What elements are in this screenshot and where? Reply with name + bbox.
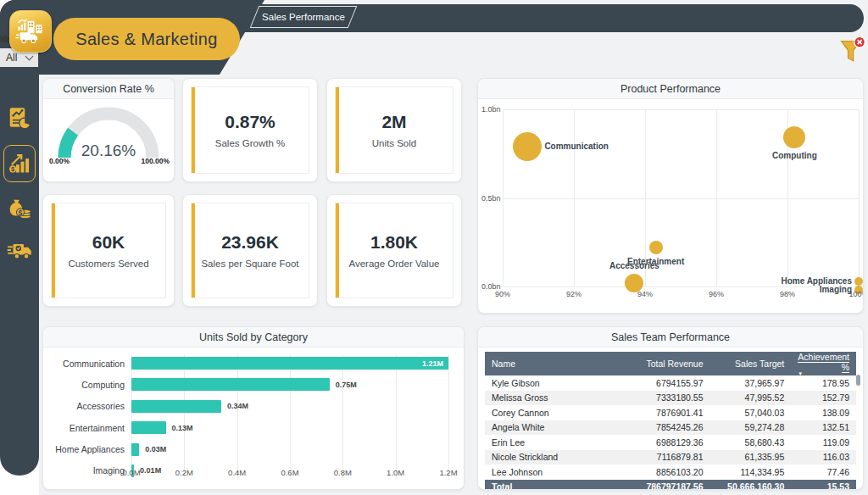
table-cell: 152.79: [791, 391, 856, 406]
sidebar-item-delivery[interactable]: [6, 236, 33, 265]
sales-growth-icon: $: [8, 152, 31, 175]
col-header-name[interactable]: Name: [485, 352, 615, 375]
bar-accessories[interactable]: [131, 400, 221, 413]
clear-filters-button[interactable]: [837, 34, 866, 70]
sales-team-table: Name Total Revenue Sales Target Achievem…: [485, 352, 856, 490]
x-tick-label: 0.4M: [228, 468, 246, 477]
sidebar-nav: $ $: [0, 103, 39, 265]
table-cell: 7854245.26: [615, 420, 709, 436]
gauge-title: Conversion Rate %: [43, 79, 174, 99]
kpi-card-sales-per-sqft: 23.96K Sales per Square Foot: [182, 194, 318, 307]
col-header-total-revenue[interactable]: Total Revenue: [615, 352, 709, 375]
table-total-cell: 50,666,160.30: [710, 480, 792, 491]
y-tick-label: 0.5bn: [481, 194, 501, 203]
table-cell: 132.51: [791, 420, 856, 436]
bubble-label: Accessories: [609, 261, 659, 270]
table-cell: 6988129.36: [615, 435, 709, 450]
table-row[interactable]: Nicole Strickland7116879.8161,335.95116.…: [485, 450, 856, 465]
kpi-card-avg-order-value: 1.80K Average Order Value: [326, 194, 462, 307]
table-cell: 119.09: [791, 435, 856, 450]
table-row[interactable]: Lee Johnson8856103.20114,334.9577.46: [485, 464, 856, 480]
scatter-plot-area: CommunicationComputingEntertainmentAcces…: [503, 109, 859, 286]
kpi-value: 60K: [92, 232, 125, 253]
table-title: Sales Team Performance: [478, 327, 863, 348]
bar-track: 1.21M: [131, 357, 448, 370]
tab-sales-performance[interactable]: Sales Performance: [254, 6, 353, 28]
bar-computing[interactable]: [131, 378, 330, 391]
kpi-label: Units Sold: [372, 138, 416, 148]
kpi-accent-bar: [52, 203, 55, 298]
sidebar-item-sales-growth[interactable]: $: [3, 145, 36, 182]
bubble-label: Imaging: [820, 285, 852, 294]
kpi-card-units-sold: 2M Units Sold: [326, 78, 462, 182]
table-cell: Melissa Gross: [485, 391, 615, 406]
bar-category-label: Computing: [55, 380, 131, 390]
table-cell: Lee Johnson: [485, 464, 615, 480]
table-cell: Erin Lee: [485, 435, 615, 450]
conversion-rate-gauge-card: Conversion Rate % 20.16% 0.00% 100.00%: [42, 78, 175, 182]
scatter-title: Product Performance: [478, 79, 863, 99]
table-cell: 61,335.95: [710, 450, 792, 465]
x-tick-label: 98%: [780, 290, 795, 298]
sales-team-performance-card: Sales Team Performance Name Total Revenu…: [477, 326, 864, 490]
bubble-home-appliances[interactable]: [854, 277, 863, 286]
kpi-value: 2M: [381, 112, 406, 132]
table-row[interactable]: Angela White7854245.2659,274.28132.51: [485, 420, 856, 436]
gauge-max-label: 100.00%: [141, 157, 170, 165]
brand-title: Sales & Marketing: [53, 18, 240, 60]
table-cell: 57,040.03: [710, 405, 792, 420]
bar-home-appliances[interactable]: [131, 443, 139, 456]
table-row[interactable]: Erin Lee6988129.3658,680.43119.09: [485, 435, 856, 450]
bar-value-label: 0.34M: [227, 402, 248, 410]
gauge-visual[interactable]: 20.16% 0.00% 100.00%: [43, 101, 174, 181]
table-cell: 37,965.97: [710, 375, 792, 391]
table-cell: 116.03: [791, 450, 856, 465]
finance-money-icon: $: [7, 197, 32, 222]
sidebar-item-finance[interactable]: $: [6, 195, 33, 224]
table-header-row: Name Total Revenue Sales Target Achievem…: [485, 352, 856, 375]
sidebar-item-report-analytics[interactable]: [6, 103, 33, 132]
kpi-accent-bar: [192, 203, 195, 298]
col-header-achievement[interactable]: Achievement % ▼: [791, 352, 856, 375]
bubble-communication[interactable]: [513, 132, 542, 161]
bubble-computing[interactable]: [783, 126, 805, 148]
x-tick-label: 92%: [566, 290, 581, 298]
y-tick-label: 1.0bn: [481, 105, 501, 114]
x-tick-label: 94%: [637, 290, 653, 298]
bubble-label: Home Appliances: [781, 276, 852, 286]
table-row[interactable]: Melissa Gross7333180.5547,995.52152.79: [485, 391, 856, 406]
clear-filters-funnel-icon: [837, 34, 866, 70]
bar-entertainment[interactable]: [131, 421, 166, 434]
table-cell: 8856103.20: [615, 464, 709, 480]
table-row[interactable]: Kyle Gibson6794155.9737,965.97178.95: [485, 375, 856, 391]
bar-row: Home Appliances0.03M: [55, 441, 448, 459]
table-cell: 7333180.55: [615, 391, 709, 406]
bar-track: 0.34M: [131, 400, 448, 413]
table-cell: 6794155.97: [615, 375, 709, 391]
x-tick-label: 100%: [849, 290, 864, 298]
bubble-label: Computing: [772, 151, 817, 160]
x-tick-label: 1.0M: [387, 468, 404, 477]
col-header-sales-target[interactable]: Sales Target: [710, 352, 792, 375]
x-tick-label: 0.6M: [281, 468, 298, 477]
bubble-entertainment[interactable]: [649, 241, 663, 254]
kpi-card-sales-growth: 0.87% Sales Growth %: [182, 78, 318, 182]
table-cell: Nicole Strickland: [485, 450, 615, 465]
units-sold-by-category-card: Units Sold by Category Communication1.21…: [42, 326, 465, 490]
delivery-truck-icon: [7, 238, 32, 264]
bar-row: Entertainment0.13M: [55, 419, 448, 437]
kpi-accent-bar: [192, 87, 195, 173]
gridline: [448, 354, 449, 480]
table-scrollbar-thumb[interactable]: [856, 375, 860, 386]
bar-category-label: Entertainment: [55, 423, 131, 433]
bar-communication[interactable]: [131, 357, 448, 370]
table-cell: Corey Cannon: [485, 405, 615, 420]
kpi-label: Customers Served: [68, 259, 148, 269]
bar-track: 0.03M: [131, 443, 448, 456]
kpi-label: Sales per Square Foot: [201, 259, 298, 269]
bubble-label: Communication: [544, 142, 609, 151]
table-row[interactable]: Corey Cannon7876901.4157,040.03138.09: [485, 405, 856, 420]
bar-row: Computing0.75M: [55, 375, 448, 393]
kpi-value: 23.96K: [221, 232, 279, 253]
kpi-accent-bar: [336, 203, 339, 298]
